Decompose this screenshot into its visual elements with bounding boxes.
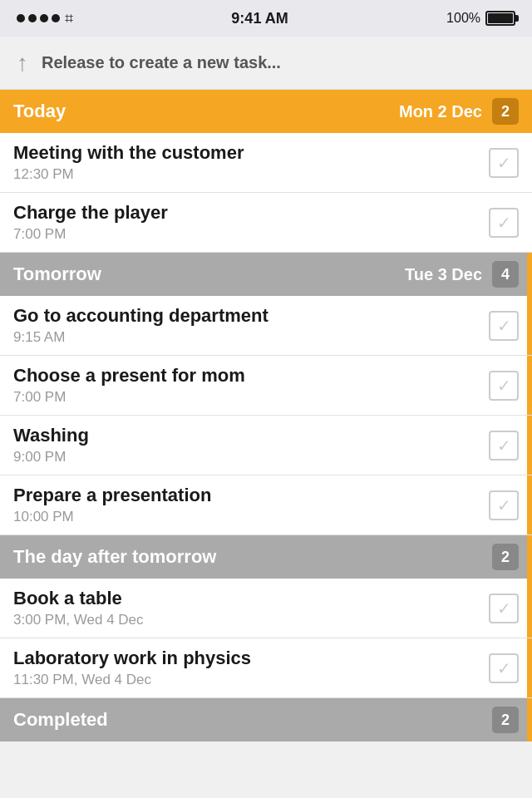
wifi-icon: ⌗: [65, 10, 73, 27]
task-content: Washing 9:00 PM: [13, 425, 479, 465]
today-right: Mon 2 Dec 2: [399, 98, 519, 125]
checkmark-icon: ✓: [497, 660, 511, 677]
status-bar: ⌗ 9:41 AM 100%: [0, 0, 532, 37]
tomorrow-title: Tomorrow: [13, 264, 101, 285]
signal-dots: [17, 14, 60, 22]
signal-dot-3: [40, 14, 48, 22]
task-washing[interactable]: Washing 9:00 PM ✓: [0, 416, 532, 475]
day-after-right: 2: [492, 544, 519, 570]
section-header-completed[interactable]: Completed 2: [0, 698, 532, 741]
today-count: 2: [492, 98, 519, 125]
task-checkbox[interactable]: ✓: [489, 148, 519, 178]
task-title: Choose a present for mom: [13, 365, 479, 387]
task-present-mom[interactable]: Choose a present for mom 7:00 PM ✓: [0, 356, 532, 416]
day-after-title: The day after tomorrow: [13, 546, 216, 568]
section-header-today[interactable]: Today Mon 2 Dec 2: [0, 90, 532, 133]
task-title: Prepare a presentation: [13, 485, 479, 506]
signal-dot-1: [17, 14, 25, 22]
task-meeting-customer[interactable]: Meeting with the customer 12:30 PM ✓: [0, 133, 532, 193]
pull-bar-text: Release to create a new task...: [42, 53, 281, 72]
task-lab-physics[interactable]: Laboratory work in physics 11:30 PM, Wed…: [0, 638, 532, 698]
checkmark-icon: ✓: [497, 600, 511, 617]
task-time: 7:00 PM: [13, 226, 479, 243]
battery-percent: 100%: [446, 11, 480, 26]
task-content: Charge the player 7:00 PM: [13, 202, 479, 242]
task-title: Charge the player: [13, 202, 479, 224]
task-checkbox[interactable]: ✓: [489, 371, 519, 401]
completed-count: 2: [492, 707, 519, 733]
day-after-count: 2: [492, 544, 519, 570]
status-time: 9:41 AM: [231, 10, 288, 27]
task-accounting[interactable]: Go to accounting department 9:15 AM ✓: [0, 296, 532, 356]
task-content: Meeting with the customer 12:30 PM: [13, 142, 479, 182]
section-header-day-after[interactable]: The day after tomorrow 2: [0, 535, 532, 579]
completed-title: Completed: [13, 709, 108, 731]
task-checkbox[interactable]: ✓: [489, 653, 519, 683]
task-title: Go to accounting department: [13, 305, 479, 327]
task-title: Laboratory work in physics: [13, 648, 479, 669]
task-time: 10:00 PM: [13, 509, 479, 525]
task-checkbox[interactable]: ✓: [489, 208, 519, 238]
section-header-tomorrow[interactable]: Tomorrow Tue 3 Dec 4: [0, 253, 532, 296]
tomorrow-right: Tue 3 Dec 4: [405, 261, 519, 288]
task-checkbox[interactable]: ✓: [489, 490, 519, 520]
checkmark-icon: ✓: [497, 377, 511, 394]
task-time: 3:00 PM, Wed 4 Dec: [13, 612, 479, 628]
task-title: Washing: [13, 425, 479, 446]
task-time: 7:00 PM: [13, 389, 479, 406]
checkmark-icon: ✓: [497, 214, 511, 231]
tomorrow-date: Tue 3 Dec: [405, 265, 482, 284]
task-content: Go to accounting department 9:15 AM: [13, 305, 479, 345]
task-charge-player[interactable]: Charge the player 7:00 PM ✓: [0, 193, 532, 253]
task-checkbox[interactable]: ✓: [489, 594, 519, 623]
task-checkbox[interactable]: ✓: [489, 311, 519, 341]
today-date: Mon 2 Dec: [399, 102, 482, 121]
signal-dot-4: [52, 14, 60, 22]
checkmark-icon: ✓: [497, 437, 511, 454]
task-book-table[interactable]: Book a table 3:00 PM, Wed 4 Dec ✓: [0, 579, 532, 638]
task-title: Meeting with the customer: [13, 142, 479, 164]
task-title: Book a table: [13, 588, 479, 609]
status-left: ⌗: [17, 10, 73, 27]
task-content: Choose a present for mom 7:00 PM: [13, 365, 479, 405]
task-content: Prepare a presentation 10:00 PM: [13, 485, 479, 525]
checkmark-icon: ✓: [497, 497, 511, 514]
today-title: Today: [13, 101, 66, 122]
task-time: 9:15 AM: [13, 329, 479, 346]
task-time: 11:30 PM, Wed 4 Dec: [13, 672, 479, 688]
task-checkbox[interactable]: ✓: [489, 431, 519, 461]
battery-icon: [485, 11, 515, 26]
checkmark-icon: ✓: [497, 155, 511, 171]
task-content: Laboratory work in physics 11:30 PM, Wed…: [13, 648, 479, 687]
status-right: 100%: [446, 11, 515, 26]
task-content: Book a table 3:00 PM, Wed 4 Dec: [13, 588, 479, 628]
completed-right: 2: [492, 707, 519, 733]
task-time: 9:00 PM: [13, 449, 479, 466]
task-time: 12:30 PM: [13, 166, 479, 183]
signal-dot-2: [28, 14, 37, 22]
checkmark-icon: ✓: [497, 318, 511, 334]
tomorrow-count: 4: [492, 261, 519, 288]
task-presentation[interactable]: Prepare a presentation 10:00 PM ✓: [0, 475, 532, 535]
pull-bar: ↑ Release to create a new task...: [0, 37, 532, 90]
up-arrow-icon: ↑: [17, 50, 28, 76]
battery-fill: [488, 13, 513, 23]
